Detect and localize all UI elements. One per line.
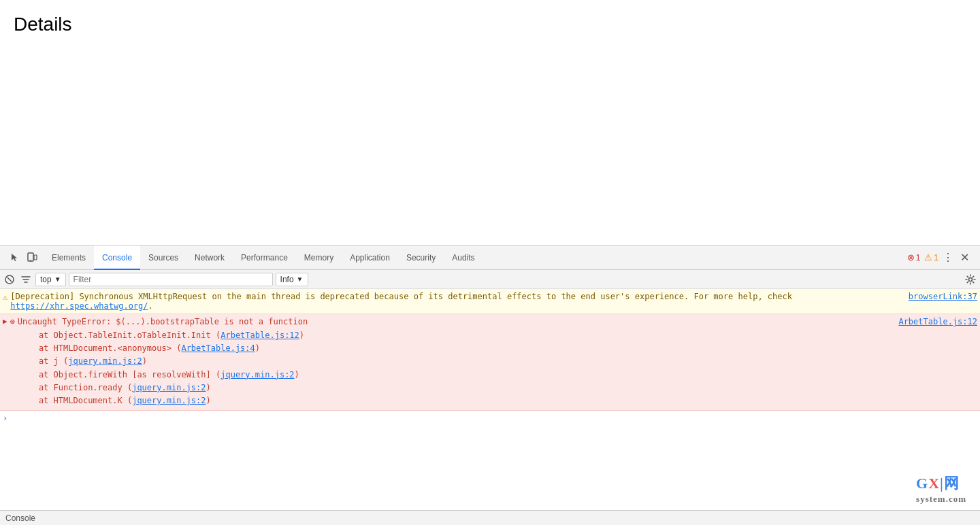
error-source-link[interactable]: ArbetTable.js:12 xyxy=(898,317,977,326)
stack-link-4[interactable]: jquery.min.js:2 xyxy=(220,370,294,379)
page-title: Details xyxy=(14,14,966,35)
stack-link-1[interactable]: ArbetTable.js:12 xyxy=(220,331,299,340)
warning-source-link[interactable]: browserLink:37 xyxy=(909,292,977,301)
context-selector[interactable]: top ▼ xyxy=(35,273,66,286)
svg-point-5 xyxy=(969,277,973,281)
close-devtools-button[interactable]: ✕ xyxy=(958,251,972,264)
svg-line-4 xyxy=(7,277,12,282)
watermark-site: system.com xyxy=(916,494,966,505)
context-dropdown-icon: ▼ xyxy=(54,275,61,283)
stack-toggle-button[interactable]: ▶ xyxy=(3,317,7,326)
page-content: Details xyxy=(0,0,980,245)
log-level-dropdown-icon: ▼ xyxy=(297,275,304,283)
console-toolbar: top ▼ Info ▼ xyxy=(0,270,980,289)
stack-line-5: at Function.ready (jquery.min.js:2) xyxy=(19,382,977,394)
stack-link-3[interactable]: jquery.min.js:2 xyxy=(68,356,142,366)
stack-link-2[interactable]: ArbetTable.js:4 xyxy=(181,343,255,353)
tab-network[interactable]: Network xyxy=(186,245,233,270)
watermark: GX|网 system.com xyxy=(916,473,966,505)
error-main-row: ▶ ⊗ Uncaught TypeError: $(...).bootstrap… xyxy=(0,314,980,329)
tab-sources[interactable]: Sources xyxy=(140,245,186,270)
error-icon: ⊗ xyxy=(10,317,15,326)
warning-badge: ⚠ 1 xyxy=(924,252,938,262)
log-level-label: Info xyxy=(280,275,294,284)
deprecation-warning-link[interactable]: https://xhr.spec.whatwg.org/ xyxy=(10,301,148,311)
filter-input[interactable] xyxy=(69,273,273,286)
stack-line-3: at j (jquery.min.js:2) xyxy=(19,355,977,368)
context-label: top xyxy=(40,275,52,284)
devtools-icons-left xyxy=(3,252,44,264)
stack-line-6: at HTMLDocument.K (jquery.min.js:2) xyxy=(19,394,977,407)
prompt-arrow-icon: › xyxy=(3,413,7,423)
clear-console-button[interactable] xyxy=(3,273,16,286)
tab-security[interactable]: Security xyxy=(398,245,444,270)
console-prompt[interactable]: › xyxy=(0,411,980,426)
warning-count: 1 xyxy=(934,253,938,262)
watermark-logo: GX|网 xyxy=(916,475,960,492)
status-console-label: Console xyxy=(5,513,35,523)
warning-message-text: [Deprecation] Synchronous XMLHttpRequest… xyxy=(10,292,903,311)
device-toggle-icon[interactable] xyxy=(26,252,38,264)
log-level-selector[interactable]: Info ▼ xyxy=(276,273,308,286)
type-error-message: ▶ ⊗ Uncaught TypeError: $(...).bootstrap… xyxy=(0,314,980,411)
console-messages: ⚠ [Deprecation] Synchronous XMLHttpReque… xyxy=(0,289,980,525)
warning-triangle-icon: ⚠ xyxy=(924,252,932,262)
tab-performance[interactable]: Performance xyxy=(233,245,296,270)
tab-console[interactable]: Console xyxy=(94,245,140,270)
devtools-tabs-bar: Elements Console Sources Network Perform… xyxy=(0,245,980,270)
deprecation-warning-message: ⚠ [Deprecation] Synchronous XMLHttpReque… xyxy=(0,289,980,314)
error-badge: ⊗ 1 xyxy=(907,252,921,262)
tab-audits[interactable]: Audits xyxy=(444,245,483,270)
warning-icon: ⚠ xyxy=(3,292,7,302)
filter-toggle-button[interactable] xyxy=(19,273,33,286)
svg-rect-1 xyxy=(34,255,37,260)
stack-line-1: at Object.TableInit.oTableInit.Init (Arb… xyxy=(19,329,977,342)
tab-elements[interactable]: Elements xyxy=(44,245,94,270)
inspect-element-icon[interactable] xyxy=(8,252,20,264)
console-settings-button[interactable] xyxy=(964,273,977,286)
svg-point-2 xyxy=(30,259,31,260)
error-count: 1 xyxy=(916,253,921,262)
status-bar: Console xyxy=(0,510,980,525)
devtools-panel: Elements Console Sources Network Perform… xyxy=(0,245,980,525)
error-circle-icon: ⊗ xyxy=(907,252,915,262)
stack-line-4: at Object.fireWith [as resolveWith] (jqu… xyxy=(19,369,977,382)
more-options-icon[interactable]: ⋮ xyxy=(943,251,953,264)
tab-memory[interactable]: Memory xyxy=(296,245,342,270)
error-stack-trace: at Object.TableInit.oTableInit.Init (Arb… xyxy=(0,329,980,410)
stack-link-6[interactable]: jquery.min.js:2 xyxy=(132,396,206,405)
stack-link-5[interactable]: jquery.min.js:2 xyxy=(132,383,206,392)
error-message-text: Uncaught TypeError: $(...).bootstrapTabl… xyxy=(18,317,894,326)
devtools-tabs-right: ⊗ 1 ⚠ 1 ⋮ ✕ xyxy=(907,251,977,264)
tab-application[interactable]: Application xyxy=(342,245,398,270)
stack-line-2: at HTMLDocument.<anonymous> (ArbetTable.… xyxy=(19,342,977,355)
